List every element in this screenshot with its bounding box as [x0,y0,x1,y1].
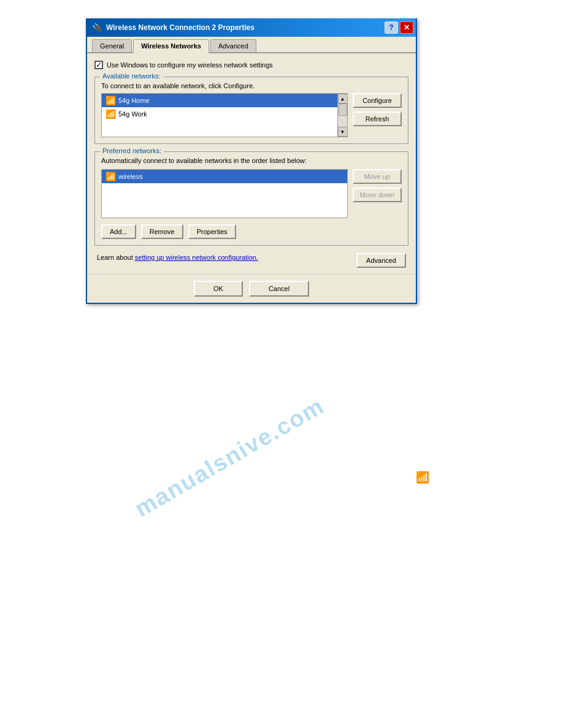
preferred-networks-desc: Automatically connect to available netwo… [101,157,402,164]
network-list[interactable]: 📶 54g Home 📶 54g Work ▲ [101,93,348,137]
advanced-button[interactable]: Advanced [356,253,406,268]
title-bar: 🔌 Wireless Network Connection 2 Properti… [87,18,416,37]
move-down-button[interactable]: Move down [353,188,402,202]
title-bar-buttons: ? ✕ [385,21,413,34]
ok-button[interactable]: OK [194,281,243,297]
preferred-network-name: wireless [118,173,143,180]
preferred-networks-label: Preferred networks: [100,147,164,154]
network-list-container: 📶 54g Home 📶 54g Work ▲ [101,93,402,137]
learn-text: Learn about setting up wireless network … [97,253,258,262]
use-windows-checkbox-row[interactable]: ✓ Use Windows to configure my wireless n… [94,61,408,69]
available-networks-desc: To connect to an available network, clic… [101,82,402,89]
available-networks-label: Available networks: [100,72,163,80]
refresh-button[interactable]: Refresh [353,112,402,126]
dialog-title: Wireless Network Connection 2 Properties [106,23,255,32]
cancel-button[interactable]: Cancel [249,281,309,297]
learn-link[interactable]: setting up wireless network configuratio… [135,254,258,261]
tab-bar: General Wireless Networks Advanced [87,37,416,53]
help-button[interactable]: ? [385,21,398,34]
scroll-thumb [339,104,347,116]
action-buttons: Add... Remove Properties [101,224,402,239]
remove-button[interactable]: Remove [141,224,183,239]
tab-general[interactable]: General [92,39,132,52]
bottom-section: Learn about setting up wireless network … [94,253,408,268]
preferred-side-buttons: Move up Move down [353,169,402,218]
window-icon: 🔌 [92,23,102,32]
network-icon-54g-home: 📶 [105,96,116,105]
network-item-54g-home[interactable]: 📶 54g Home [102,94,337,107]
preferred-networks-group: Preferred networks: Automatically connec… [94,151,408,246]
add-button[interactable]: Add... [101,224,136,239]
network-list-items: 📶 54g Home 📶 54g Work [102,94,337,137]
network-name-54g-work: 54g Work [118,110,147,118]
title-bar-left: 🔌 Wireless Network Connection 2 Properti… [92,23,255,32]
available-networks-group: Available networks: To connect to an ava… [94,77,408,144]
use-windows-label: Use Windows to configure my wireless net… [107,61,273,69]
network-list-buttons: Configure Refresh [353,93,402,126]
scroll-track [338,104,347,127]
use-windows-checkbox[interactable]: ✓ [94,61,103,69]
configure-button[interactable]: Configure [353,93,402,108]
network-icon-54g-work: 📶 [105,109,116,119]
tab-wireless-networks[interactable]: Wireless Networks [133,39,209,53]
tab-advanced[interactable]: Advanced [210,39,256,52]
preferred-list[interactable]: 📶 wireless [101,169,348,218]
network-list-scrollbar[interactable]: ▲ ▼ [337,94,347,137]
preferred-container: 📶 wireless Move up Move down [101,169,402,218]
preferred-network-icon: 📶 [105,172,116,181]
learn-text-static: Learn about [97,254,135,261]
wireless-cursor-icon: 📶 [416,471,429,484]
properties-button[interactable]: Properties [188,224,236,239]
network-name-54g-home: 54g Home [118,97,150,104]
checkmark-icon: ✓ [96,61,102,69]
network-item-54g-work[interactable]: 📶 54g Work [102,107,337,121]
dialog-window: 🔌 Wireless Network Connection 2 Properti… [86,18,417,304]
dialog-body: ✓ Use Windows to configure my wireless n… [87,53,416,274]
move-up-button[interactable]: Move up [353,169,402,184]
scroll-down-arrow[interactable]: ▼ [338,127,348,137]
network-list-inner: 📶 54g Home 📶 54g Work ▲ [102,94,347,137]
preferred-network-wireless[interactable]: 📶 wireless [102,170,347,183]
dialog-footer: OK Cancel [87,274,416,303]
close-button[interactable]: ✕ [400,21,413,34]
scroll-up-arrow[interactable]: ▲ [338,94,348,104]
